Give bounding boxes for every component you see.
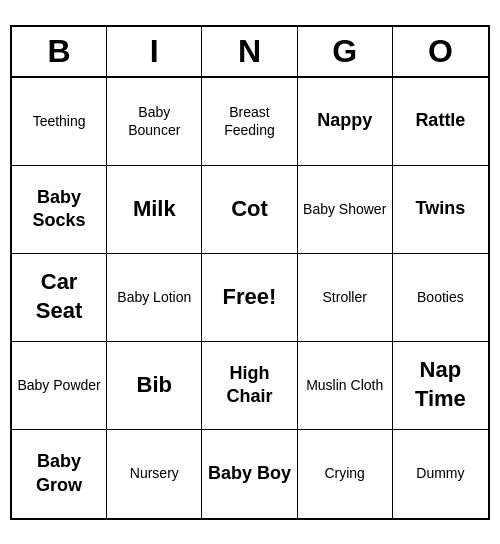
bingo-grid: TeethingBaby BouncerBreast FeedingNappyR…: [12, 78, 488, 518]
bingo-cell-7[interactable]: Cot: [202, 166, 297, 254]
bingo-cell-24[interactable]: Dummy: [393, 430, 488, 518]
bingo-cell-21[interactable]: Nursery: [107, 430, 202, 518]
bingo-cell-1[interactable]: Baby Bouncer: [107, 78, 202, 166]
bingo-cell-23[interactable]: Crying: [298, 430, 393, 518]
bingo-header: BINGO: [12, 27, 488, 78]
bingo-cell-17[interactable]: High Chair: [202, 342, 297, 430]
bingo-cell-13[interactable]: Stroller: [298, 254, 393, 342]
bingo-cell-9[interactable]: Twins: [393, 166, 488, 254]
bingo-cell-10[interactable]: Car Seat: [12, 254, 107, 342]
header-letter-I: I: [107, 27, 202, 76]
bingo-cell-20[interactable]: Baby Grow: [12, 430, 107, 518]
bingo-cell-4[interactable]: Rattle: [393, 78, 488, 166]
bingo-cell-3[interactable]: Nappy: [298, 78, 393, 166]
bingo-cell-15[interactable]: Baby Powder: [12, 342, 107, 430]
header-letter-B: B: [12, 27, 107, 76]
bingo-cell-22[interactable]: Baby Boy: [202, 430, 297, 518]
bingo-card: BINGO TeethingBaby BouncerBreast Feeding…: [10, 25, 490, 520]
bingo-cell-16[interactable]: Bib: [107, 342, 202, 430]
header-letter-N: N: [202, 27, 297, 76]
bingo-cell-19[interactable]: Nap Time: [393, 342, 488, 430]
header-letter-G: G: [298, 27, 393, 76]
bingo-cell-5[interactable]: Baby Socks: [12, 166, 107, 254]
header-letter-O: O: [393, 27, 488, 76]
bingo-cell-18[interactable]: Muslin Cloth: [298, 342, 393, 430]
bingo-cell-12[interactable]: Free!: [202, 254, 297, 342]
bingo-cell-0[interactable]: Teething: [12, 78, 107, 166]
bingo-cell-11[interactable]: Baby Lotion: [107, 254, 202, 342]
bingo-cell-14[interactable]: Booties: [393, 254, 488, 342]
bingo-cell-8[interactable]: Baby Shower: [298, 166, 393, 254]
bingo-cell-2[interactable]: Breast Feeding: [202, 78, 297, 166]
bingo-cell-6[interactable]: Milk: [107, 166, 202, 254]
